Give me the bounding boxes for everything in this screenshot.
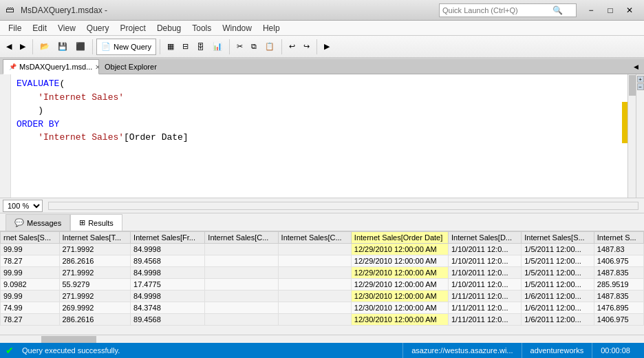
database-label: adventureworks: [530, 346, 584, 355]
col-header-7[interactable]: Internet Sales[S...: [522, 232, 594, 244]
zoom-select[interactable]: 100 %: [3, 200, 43, 212]
cell-2-7: 1/5/2011 12:00...: [522, 267, 594, 279]
toolbar-btn-3[interactable]: 🗄: [193, 39, 208, 55]
cell-1-7: 1/5/2011 12:00...: [522, 255, 594, 267]
new-query-label: New Query: [114, 43, 151, 51]
expand-down-icon[interactable]: −: [637, 83, 644, 90]
back-icon: ◀: [6, 42, 12, 51]
save-all-icon: ⬛: [76, 42, 85, 51]
open-file-button[interactable]: 📂: [36, 39, 53, 55]
table-row: 74.99269.999284.374812/30/2010 12:00:00 …: [1, 302, 644, 314]
cell-4-4: [278, 291, 351, 302]
menu-edit[interactable]: Edit: [27, 22, 52, 34]
col-header-1[interactable]: Internet Sales[T...: [59, 232, 131, 244]
editor-content[interactable]: EVALUATE( 'Internet Sales' ) ORDER BY 'I…: [11, 74, 627, 198]
col-header-4[interactable]: Internet Sales[C...: [278, 232, 351, 244]
col-header-8[interactable]: Internet S...: [594, 232, 643, 244]
quick-launch-search[interactable]: 🔍: [439, 3, 577, 17]
col-header-3[interactable]: Internet Sales[C...: [205, 232, 278, 244]
database-status: adventureworks: [522, 343, 592, 358]
cell-5-8: 1476.895: [594, 302, 643, 314]
menu-file[interactable]: File: [3, 22, 27, 34]
editor-line-1: EVALUATE(: [17, 77, 622, 91]
vertical-scroll-thumb[interactable]: [629, 75, 636, 96]
paste-button[interactable]: 📋: [261, 39, 278, 55]
forward-button[interactable]: ▶: [17, 39, 29, 55]
table-body: 99.99271.999284.999812/29/2010 12:00:00 …: [1, 244, 644, 326]
close-button[interactable]: ✕: [621, 3, 638, 17]
results-tab[interactable]: ⊞ Results: [70, 214, 122, 231]
status-ok-icon: ✔: [6, 345, 14, 356]
menu-help[interactable]: Help: [257, 22, 286, 34]
col-header-5[interactable]: Internet Sales[Order Date]: [351, 232, 448, 244]
results-horizontal-scrollbar[interactable]: [0, 335, 644, 343]
cell-3-5: 12/29/2010 12:00:00 AM: [351, 279, 448, 291]
save-button[interactable]: 💾: [54, 39, 71, 55]
execute-icon: ▶: [324, 42, 330, 51]
cell-2-1: 271.9992: [59, 267, 131, 279]
menu-project[interactable]: Project: [115, 22, 151, 34]
menu-window[interactable]: Window: [217, 22, 257, 34]
results-tab-label: Results: [88, 219, 114, 227]
time-label: 00:00:08: [601, 346, 630, 355]
results-grid-icon: ⊞: [79, 218, 85, 227]
cell-5-2: 84.3748: [131, 302, 205, 314]
copy-button[interactable]: ⧉: [248, 39, 260, 55]
cell-0-4: [278, 244, 351, 255]
toolbar-btn-1[interactable]: ▦: [164, 39, 178, 55]
menu-query[interactable]: Query: [81, 22, 115, 34]
menu-view[interactable]: View: [52, 22, 81, 34]
search-icon: 🔍: [552, 6, 563, 15]
col-header-2[interactable]: Internet Sales[Fr...: [131, 232, 205, 244]
messages-tab[interactable]: 💬 Messages: [6, 214, 70, 231]
cell-6-1: 286.2616: [59, 314, 131, 326]
execute-button[interactable]: ▶: [321, 39, 333, 55]
cell-1-8: 1406.975: [594, 255, 643, 267]
redo-button[interactable]: ↪: [300, 39, 313, 55]
messages-tab-label: Messages: [27, 219, 61, 227]
cell-0-5: 12/29/2010 12:00:00 AM: [351, 244, 448, 255]
cut-icon: ✂: [237, 42, 243, 51]
app-icon: 🗃: [6, 5, 17, 16]
new-query-button[interactable]: 📄 New Query: [96, 39, 156, 55]
undo-button[interactable]: ↩: [286, 39, 299, 55]
expand-up-icon[interactable]: +: [637, 76, 644, 83]
editor-line-5: 'Internet Sales'[Order Date]: [17, 131, 622, 145]
table-row: 9.098255.927917.477512/29/2010 12:00:00 …: [1, 279, 644, 291]
cell-0-7: 1/5/2011 12:00...: [522, 244, 594, 255]
editor-horizontal-scrollbar[interactable]: [48, 202, 638, 210]
object-explorer-label: Object Explorer: [105, 63, 157, 71]
editor-string-2: 'Internet Sales': [38, 132, 124, 143]
editor-vertical-scrollbar[interactable]: [627, 74, 636, 198]
horizontal-scroll-thumb[interactable]: [41, 336, 96, 343]
new-query-icon: 📄: [101, 42, 111, 51]
col-header-0[interactable]: rnet Sales[S...: [1, 232, 60, 244]
col-header-6[interactable]: Internet Sales[D...: [448, 232, 521, 244]
cell-6-0: 78.27: [1, 314, 60, 326]
time-status: 00:00:08: [592, 343, 638, 358]
paste-icon: 📋: [265, 42, 275, 51]
save-all-button[interactable]: ⬛: [72, 39, 89, 55]
collapse-icon[interactable]: ◀: [634, 63, 638, 70]
editor-tab[interactable]: 📌 MsDAXQuery1.msd... ✕: [3, 59, 99, 74]
title-bar: 🗃 MsDAXQuery1.msdax - 🔍 − □ ✕: [0, 0, 644, 21]
maximize-button[interactable]: □: [601, 3, 619, 17]
cut-button[interactable]: ✂: [233, 39, 246, 55]
messages-icon: 💬: [14, 218, 24, 227]
object-explorer-tab[interactable]: Object Explorer ◀: [99, 59, 644, 74]
quick-launch-input[interactable]: [442, 6, 552, 14]
header-row: rnet Sales[S... Internet Sales[T... Inte…: [1, 232, 644, 244]
cell-0-6: 1/10/2011 12:0...: [448, 244, 521, 255]
editor-paren-1: (: [59, 78, 65, 89]
cell-3-6: 1/10/2011 12:0...: [448, 279, 521, 291]
toolbar-btn-2[interactable]: ⊟: [179, 39, 192, 55]
back-button[interactable]: ◀: [3, 39, 15, 55]
minimize-button[interactable]: −: [582, 3, 600, 17]
menu-debug[interactable]: Debug: [151, 22, 186, 34]
cell-4-5: 12/30/2010 12:00:00 AM: [351, 291, 448, 302]
connection-status: asazure://westus.asazure.wi...: [402, 343, 521, 358]
menu-tools[interactable]: Tools: [186, 22, 217, 34]
editor-string-1: 'Internet Sales': [38, 92, 124, 103]
cell-6-5: 12/30/2010 12:00:00 AM: [351, 314, 448, 326]
toolbar-btn-4[interactable]: 📊: [209, 39, 226, 55]
